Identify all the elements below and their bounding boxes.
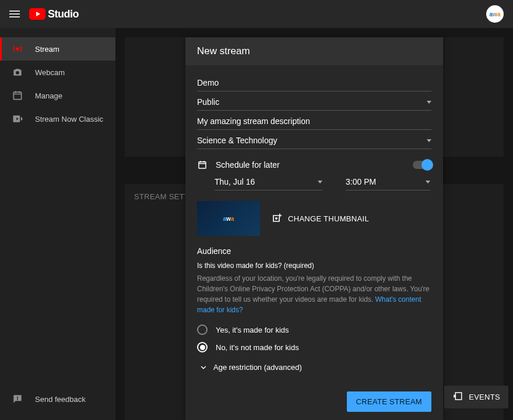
radio-yes-label: Yes, it's made for kids: [216, 326, 289, 334]
svg-point-7: [275, 217, 277, 220]
sidebar-item-label: Manage: [35, 91, 62, 100]
menu-icon[interactable]: [9, 13, 20, 15]
dropdown-arrow-icon: [426, 181, 430, 183]
thumbnail-preview[interactable]: awa: [197, 201, 260, 236]
dialog-footer: CREATE STREAM: [185, 383, 443, 420]
new-stream-dialog: New stream Demo Public My amazing stream…: [185, 37, 443, 420]
time-dropdown[interactable]: 3:00 PM: [346, 174, 430, 190]
svg-rect-6: [199, 162, 206, 168]
create-stream-button[interactable]: CREATE STREAM: [347, 391, 431, 412]
add-photo-icon: [270, 213, 282, 224]
youtube-studio-logo[interactable]: Studio: [29, 8, 79, 20]
feedback-icon: [12, 393, 23, 405]
sidebar-item-stream-now-classic[interactable]: Stream Now Classic: [0, 107, 115, 130]
toggle-knob: [421, 159, 433, 171]
schedule-datetime-row: Thu, Jul 16 3:00 PM: [215, 174, 431, 190]
webcam-icon: [12, 66, 23, 78]
radio-yes-kids[interactable]: Yes, it's made for kids: [197, 324, 431, 335]
sidebar-item-feedback[interactable]: Send feedback: [0, 387, 115, 411]
time-value: 3:00 PM: [346, 177, 376, 186]
svg-point-1: [16, 71, 19, 75]
title-value: Demo: [197, 78, 219, 87]
kids-question: Is this video made for kids? (required): [197, 262, 431, 270]
youtube-play-icon: [29, 8, 45, 20]
events-icon: [452, 391, 463, 403]
sidebar: Stream Webcam Manage Stream Now Classic …: [0, 28, 115, 420]
sidebar-item-label: Stream: [35, 45, 59, 54]
sidebar-item-label: Send feedback: [35, 395, 86, 404]
description-input[interactable]: My amazing stream description: [197, 111, 431, 130]
schedule-label: Schedule for later: [216, 160, 280, 170]
calendar-icon: [197, 160, 208, 170]
title-input[interactable]: Demo: [197, 72, 431, 91]
chevron-down-icon: [199, 363, 208, 372]
svg-rect-5: [17, 399, 18, 400]
visibility-dropdown[interactable]: Public: [197, 91, 431, 111]
change-thumbnail-label: CHANGE THUMBNAIL: [288, 214, 369, 223]
dialog-body: Demo Public My amazing stream descriptio…: [185, 65, 443, 383]
sidebar-item-label: Webcam: [35, 68, 65, 77]
dropdown-arrow-icon: [318, 181, 322, 183]
sidebar-item-label: Stream Now Classic: [35, 115, 103, 123]
sidebar-item-stream[interactable]: Stream: [0, 37, 115, 61]
schedule-row: Schedule for later: [197, 160, 431, 170]
visibility-value: Public: [197, 97, 219, 107]
classic-icon: [12, 113, 23, 125]
age-restriction-label: Age restriction (advanced): [213, 363, 302, 372]
date-value: Thu, Jul 16: [215, 177, 255, 186]
radio-icon: [197, 342, 208, 352]
category-value: Science & Technology: [197, 136, 277, 145]
radio-no-kids[interactable]: No, it's not made for kids: [197, 342, 431, 352]
dropdown-arrow-icon: [427, 101, 431, 104]
events-label: EVENTS: [469, 393, 500, 401]
change-thumbnail-button[interactable]: CHANGE THUMBNAIL: [270, 213, 369, 224]
age-restriction-expand[interactable]: Age restriction (advanced): [199, 363, 431, 372]
date-dropdown[interactable]: Thu, Jul 16: [215, 174, 322, 190]
thumbnail-row: awa CHANGE THUMBNAIL: [197, 201, 431, 236]
svg-rect-4: [17, 397, 18, 398]
svg-rect-2: [13, 92, 21, 100]
stream-icon: [12, 43, 23, 55]
dialog-title: New stream: [185, 37, 443, 65]
category-dropdown[interactable]: Science & Technology: [197, 130, 431, 149]
schedule-toggle[interactable]: [413, 161, 431, 169]
description-value: My amazing stream description: [197, 117, 310, 126]
manage-icon: [12, 90, 23, 101]
avatar[interactable]: awa: [486, 5, 504, 23]
radio-icon: [197, 324, 208, 335]
app-header: Studio awa: [0, 0, 513, 28]
audience-heading: Audience: [197, 246, 431, 256]
svg-rect-8: [455, 393, 462, 400]
thumbnail-logo: awa: [223, 216, 234, 222]
dropdown-arrow-icon: [427, 139, 431, 142]
events-button[interactable]: EVENTS: [444, 386, 508, 408]
sidebar-item-manage[interactable]: Manage: [0, 84, 115, 107]
studio-wordmark: Studio: [48, 8, 79, 20]
radio-no-label: No, it's not made for kids: [216, 343, 299, 352]
avatar-initials: awa: [490, 11, 501, 17]
svg-point-0: [16, 48, 19, 51]
kids-description: Regardless of your location, you're lega…: [197, 273, 431, 315]
sidebar-item-webcam[interactable]: Webcam: [0, 61, 115, 84]
